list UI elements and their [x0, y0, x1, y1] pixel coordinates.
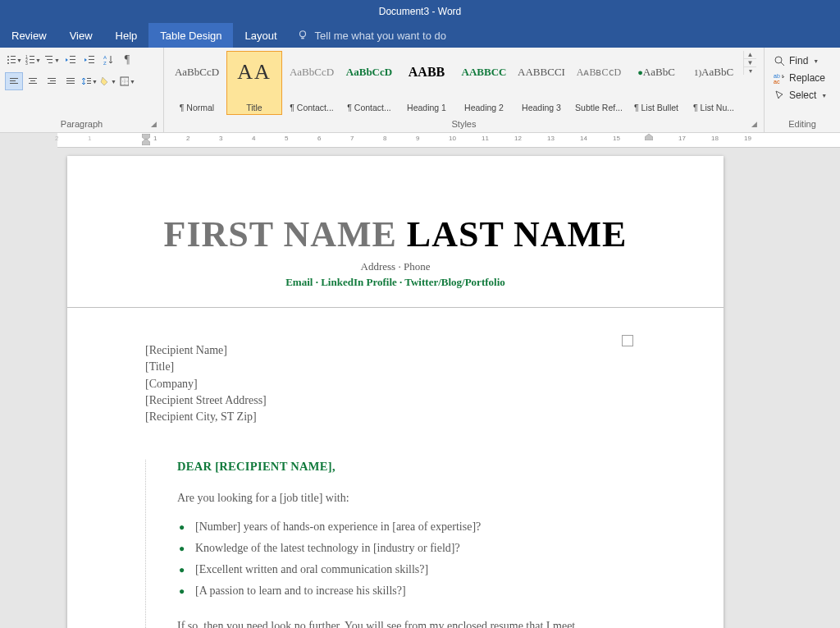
- list-item[interactable]: [A passion to learn and to increase his …: [177, 580, 646, 602]
- svg-point-1: [7, 56, 9, 57]
- style-heading-1[interactable]: AABBHeading 1: [399, 51, 454, 115]
- svg-rect-38: [87, 83, 91, 84]
- svg-text:ac: ac: [774, 79, 780, 84]
- svg-point-42: [775, 57, 782, 63]
- style-heading-2[interactable]: AABBCCHeading 2: [456, 51, 512, 115]
- show-marks-button[interactable]: ¶: [118, 51, 136, 69]
- svg-rect-30: [48, 78, 56, 79]
- first-line-indent-marker[interactable]: [142, 134, 150, 145]
- multilevel-list-button[interactable]: ▼: [43, 51, 61, 69]
- svg-rect-6: [11, 62, 16, 63]
- styles-scroll: ▲ ▼ ▾: [743, 51, 756, 75]
- list-item[interactable]: [Excellent written and oral communicatio…: [177, 559, 646, 580]
- svg-text:ab: ab: [774, 73, 780, 79]
- paragraph-label: Paragraph: [5, 119, 158, 131]
- paragraph-dialog-launcher[interactable]: ◢: [151, 120, 161, 130]
- styles-label: Styles: [169, 119, 759, 131]
- ribbon-tabs: Review View Help Table Design Layout Tel…: [0, 23, 840, 48]
- svg-rect-31: [50, 80, 56, 81]
- window-title: Document3 - Word: [379, 6, 461, 17]
- svg-rect-4: [11, 59, 16, 60]
- svg-rect-35: [66, 83, 75, 84]
- styles-dialog-launcher[interactable]: ◢: [751, 120, 761, 130]
- tab-help[interactable]: Help: [104, 23, 149, 48]
- svg-rect-21: [89, 62, 94, 63]
- tab-table-design[interactable]: Table Design: [148, 23, 233, 48]
- salutation[interactable]: DEAR [RECIPIENT NAME],: [177, 460, 646, 474]
- group-paragraph: ▼ 123▼ ▼ AZ ¶ ▼ ▼ ▼ Paragraph ◢: [0, 48, 164, 132]
- svg-text:3: 3: [25, 61, 28, 66]
- svg-rect-20: [89, 59, 94, 60]
- svg-rect-13: [45, 56, 52, 57]
- title-bar: Document3 - Word: [0, 0, 840, 23]
- closing-text[interactable]: If so, then you need look no further. Yo…: [177, 620, 646, 628]
- svg-rect-34: [66, 80, 75, 81]
- document-page[interactable]: FIRST NAME LAST NAME Address · Phone Ema…: [67, 156, 724, 628]
- svg-rect-18: [70, 62, 75, 63]
- list-item[interactable]: Knowledge of the latest technology in [i…: [177, 538, 646, 559]
- list-item[interactable]: [Number] years of hands-on experience in…: [177, 516, 646, 538]
- recipient-block[interactable]: [Recipient Name][Title][Company][Recipie…: [145, 342, 646, 425]
- svg-rect-2: [11, 56, 16, 57]
- line-spacing-button[interactable]: ▼: [80, 72, 98, 90]
- find-button[interactable]: Find▼: [769, 53, 835, 69]
- replace-button[interactable]: abac Replace: [769, 70, 835, 86]
- styles-scroll-up[interactable]: ▲: [744, 51, 756, 59]
- lightbulb-icon: [297, 30, 308, 41]
- right-indent-marker[interactable]: [645, 134, 653, 140]
- doc-contact-line[interactable]: Address · Phone: [145, 260, 646, 273]
- tab-layout[interactable]: Layout: [233, 23, 288, 48]
- style---contact---[interactable]: AaBbCcD¶ Contact...: [284, 51, 340, 115]
- tell-me-search[interactable]: Tell me what you want to do: [289, 23, 446, 48]
- borders-button[interactable]: ▼: [118, 72, 136, 90]
- style---list-bullet[interactable]: ● AaBbC¶ List Bullet: [628, 51, 684, 115]
- doc-name[interactable]: FIRST NAME LAST NAME: [145, 213, 646, 255]
- workspace: 2112345678910111213141516171819 6 ✥ FIRS…: [0, 133, 840, 628]
- shading-button[interactable]: ▼: [99, 72, 117, 90]
- svg-rect-37: [87, 80, 91, 81]
- increase-indent-button[interactable]: [80, 51, 98, 69]
- style---contact---[interactable]: AaBbCcD¶ Contact...: [341, 51, 397, 115]
- svg-rect-16: [70, 56, 75, 57]
- svg-rect-33: [66, 78, 75, 79]
- sort-button[interactable]: AZ: [99, 51, 117, 69]
- select-icon: [774, 89, 785, 101]
- align-right-button[interactable]: [43, 72, 61, 90]
- styles-gallery[interactable]: AaBbCcD¶ NormalAATitleAaBbCcD¶ Contact..…: [169, 51, 742, 115]
- svg-rect-24: [10, 78, 18, 79]
- table-resize-handle[interactable]: [622, 335, 633, 346]
- svg-rect-28: [30, 80, 35, 81]
- svg-rect-26: [10, 83, 18, 84]
- ribbon: ▼ 123▼ ▼ AZ ¶ ▼ ▼ ▼ Paragraph ◢ AaBbCc: [0, 48, 840, 133]
- justify-button[interactable]: [62, 72, 80, 90]
- tab-view[interactable]: View: [58, 23, 104, 48]
- style-subtle-ref---[interactable]: AᴀBʙCᴄDSubtle Ref...: [571, 51, 627, 115]
- bullets-button[interactable]: ▼: [5, 51, 23, 69]
- intro-text[interactable]: Are you looking for a [job title] with:: [177, 492, 646, 505]
- numbering-button[interactable]: 123▼: [24, 51, 42, 69]
- svg-rect-12: [30, 62, 34, 63]
- align-left-button[interactable]: [5, 72, 23, 90]
- svg-rect-17: [70, 59, 75, 60]
- styles-scroll-down[interactable]: ▼: [744, 59, 756, 67]
- svg-rect-10: [30, 59, 34, 60]
- group-editing: Find▼ abac Replace Select▼ Editing: [765, 48, 840, 132]
- doc-body[interactable]: DEAR [RECIPIENT NAME], Are you looking f…: [145, 460, 646, 628]
- horizontal-ruler[interactable]: 2112345678910111213141516171819: [57, 133, 840, 148]
- tab-review[interactable]: Review: [0, 23, 58, 48]
- align-center-button[interactable]: [24, 72, 42, 90]
- select-button[interactable]: Select▼: [769, 87, 835, 103]
- replace-icon: abac: [774, 72, 785, 84]
- svg-rect-36: [87, 78, 91, 79]
- style---list-nu---[interactable]: 1) AaBbC¶ List Nu...: [686, 51, 742, 115]
- svg-rect-25: [10, 80, 16, 81]
- doc-links-line[interactable]: Email · LinkedIn Profile · Twitter/Blog/…: [145, 276, 646, 289]
- style-heading-3[interactable]: AABBCCIHeading 3: [514, 51, 569, 115]
- style-title[interactable]: AATitle: [226, 51, 282, 115]
- svg-point-5: [7, 62, 9, 64]
- decrease-indent-button[interactable]: [62, 51, 80, 69]
- styles-expand[interactable]: ▾: [744, 67, 756, 75]
- svg-point-3: [7, 59, 9, 61]
- style---normal[interactable]: AaBbCcD¶ Normal: [169, 51, 225, 115]
- bullet-list[interactable]: [Number] years of hands-on experience in…: [177, 516, 646, 602]
